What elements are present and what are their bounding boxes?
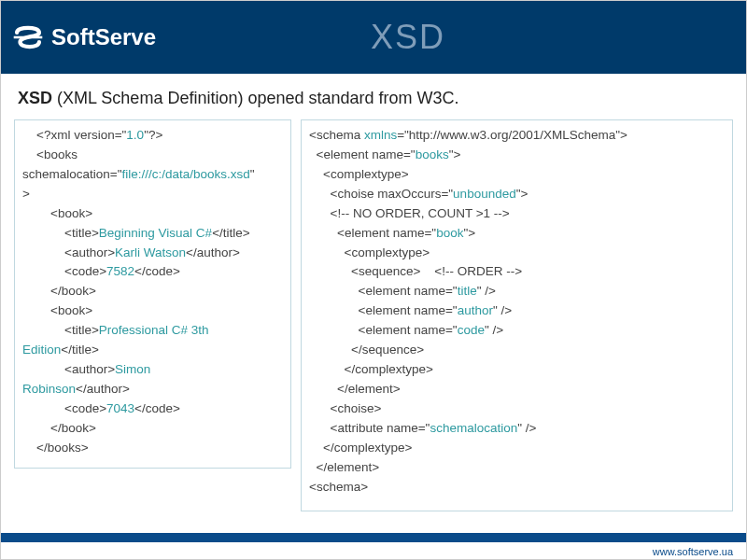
code-panels: <?xml version="1.0"?> <booksschemalocati… bbox=[14, 119, 733, 511]
subtitle: XSD (XML Schema Definition) opened stand… bbox=[14, 87, 733, 119]
subtitle-rest: (XML Schema Definition) opened standard … bbox=[52, 89, 459, 107]
subtitle-bold: XSD bbox=[18, 89, 52, 107]
footer-bar bbox=[1, 533, 746, 542]
xml-code-panel: <?xml version="1.0"?> <booksschemalocati… bbox=[14, 119, 291, 469]
content-area: XSD (XML Schema Definition) opened stand… bbox=[1, 74, 746, 511]
slide-title: XSD bbox=[81, 18, 735, 57]
header-bar: SoftServe XSD bbox=[1, 1, 746, 74]
footer-url: www.softserve.ua bbox=[653, 546, 733, 557]
slide: SoftServe XSD XSD (XML Schema Definition… bbox=[0, 0, 747, 560]
softserve-logo-icon bbox=[12, 21, 44, 53]
xsd-code-panel: <schema xmlns="http://www.w3.org/2001/XM… bbox=[301, 119, 733, 511]
